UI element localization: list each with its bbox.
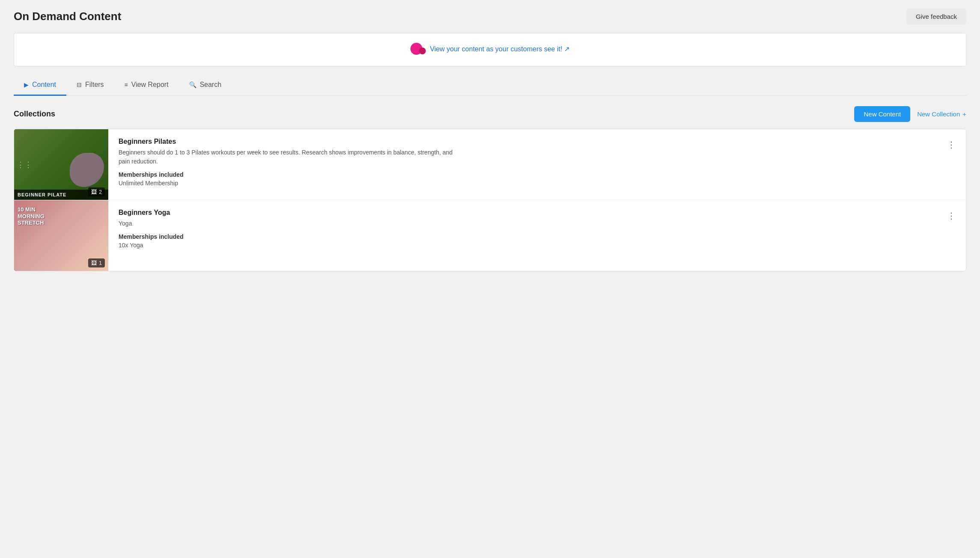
pilates-memberships-label: Memberships included xyxy=(119,171,927,178)
feedback-button[interactable]: Give feedback xyxy=(906,9,966,24)
yoga-name: Beginners Yoga xyxy=(119,209,927,217)
tabs-container: ▶ Content ⊟ Filters ≡ View Report 🔍 Sear… xyxy=(14,75,966,96)
pilates-more-button[interactable]: ⋮ xyxy=(944,138,959,151)
collections-title: Collections xyxy=(14,110,55,119)
collections-header: Collections New Content New Collection + xyxy=(14,106,966,122)
main-content: Collections New Content New Collection +… xyxy=(14,96,966,271)
tab-view-report[interactable]: ≡ View Report xyxy=(114,75,179,96)
pilates-memberships-value: Unlimited Membership xyxy=(119,180,927,187)
image-count-icon: 🖼 xyxy=(91,189,97,195)
yoga-thumb-text: 10 MIN MORNING STRETCH xyxy=(18,206,45,226)
video-icon: ▶ xyxy=(24,81,29,88)
banner: View your content as your customers see … xyxy=(14,33,966,66)
yoga-description: Yoga xyxy=(119,219,461,228)
collection-thumbnail-pilates[interactable]: ⋮⋮ BEGINNER PILATE 🖼 2 xyxy=(14,129,108,200)
logo-icon xyxy=(410,43,426,55)
search-icon: 🔍 xyxy=(189,81,196,88)
pilates-count-badge: 🖼 2 xyxy=(88,187,105,196)
yoga-count-badge: 🖼 1 xyxy=(88,258,105,267)
page-title: On Demand Content xyxy=(14,10,121,23)
drag-handle-icon[interactable]: ⋮⋮ xyxy=(14,158,35,171)
plus-icon: + xyxy=(962,110,966,118)
yoga-memberships-label: Memberships included xyxy=(119,233,927,240)
new-collection-button[interactable]: New Collection + xyxy=(917,110,966,118)
yoga-actions: ⋮ xyxy=(937,200,966,231)
collection-thumbnail-yoga[interactable]: ⋮⋮ 10 MIN MORNING STRETCH 🖼 1 xyxy=(14,200,108,271)
yoga-more-button[interactable]: ⋮ xyxy=(944,209,959,223)
yoga-info: Beginners Yoga Yoga Memberships included… xyxy=(108,200,937,257)
collections-list: ⋮⋮ BEGINNER PILATE 🖼 2 Beginners Pilates… xyxy=(14,129,966,271)
tab-content[interactable]: ▶ Content xyxy=(14,75,66,96)
external-link-icon: ↗ xyxy=(564,45,570,53)
list-icon: ≡ xyxy=(125,81,128,88)
filter-icon: ⊟ xyxy=(77,81,82,88)
pilates-description: Beginners should do 1 to 3 Pilates worko… xyxy=(119,148,461,166)
collections-actions: New Content New Collection + xyxy=(854,106,966,122)
new-content-button[interactable]: New Content xyxy=(854,106,910,122)
page-header: On Demand Content Give feedback xyxy=(0,0,980,33)
tab-search[interactable]: 🔍 Search xyxy=(179,75,232,96)
drag-handle-icon[interactable]: ⋮⋮ xyxy=(14,229,35,242)
yoga-memberships-value: 10x Yoga xyxy=(119,242,927,249)
pilates-name: Beginners Pilates xyxy=(119,138,927,145)
image-count-icon: 🖼 xyxy=(91,260,97,266)
collection-item-yoga: ⋮⋮ 10 MIN MORNING STRETCH 🖼 1 Beginners … xyxy=(14,200,966,271)
tab-filters[interactable]: ⊟ Filters xyxy=(66,75,114,96)
collection-item-pilates: ⋮⋮ BEGINNER PILATE 🖼 2 Beginners Pilates… xyxy=(14,129,966,200)
pilates-info: Beginners Pilates Beginners should do 1 … xyxy=(108,129,937,195)
pilates-actions: ⋮ xyxy=(937,129,966,160)
banner-link[interactable]: View your content as your customers see … xyxy=(430,45,570,53)
